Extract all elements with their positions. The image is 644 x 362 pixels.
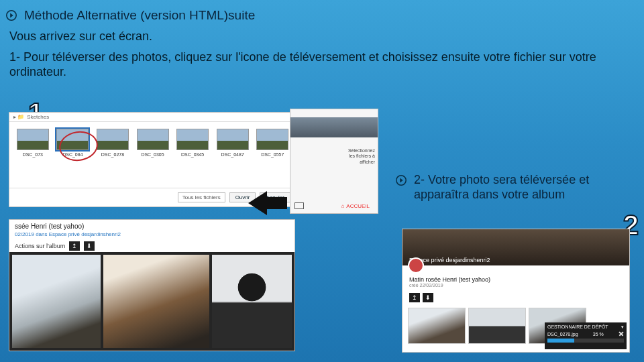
gallery-photo[interactable] bbox=[12, 255, 101, 348]
file-filter-dropdown[interactable]: Tous les fichiers bbox=[178, 192, 225, 202]
album1-actions-label: Actions sur l'album bbox=[15, 243, 65, 249]
upload-icon[interactable]: ↥ bbox=[409, 293, 420, 302]
upload-page-screenshot: Sélectionnez les fichiers à afficher ⌂ A… bbox=[290, 109, 378, 213]
thumb-caption: DSC_0305 bbox=[141, 152, 164, 157]
step2-row: 2- Votre photo sera téléversée et appara… bbox=[395, 173, 629, 202]
bullet-icon bbox=[5, 9, 17, 21]
folder-label: Sketches bbox=[27, 114, 49, 120]
arrow-annotation bbox=[248, 191, 267, 215]
folder-icon: ▸ 📁 bbox=[13, 114, 24, 120]
thumbnail-item[interactable]: DSC_0487 bbox=[216, 129, 250, 157]
file-picker-topbar: ▸ 📁 Sketches bbox=[9, 113, 296, 122]
download-icon[interactable]: ⬇ bbox=[423, 293, 433, 302]
thumb-caption: DSC_0345 bbox=[181, 152, 204, 157]
album2-banner: Espace privé desjardinshenri2 bbox=[402, 229, 629, 265]
thumb-caption: DSC_0278 bbox=[101, 152, 124, 157]
upload-percent: 35 % bbox=[593, 332, 604, 337]
album1-gallery bbox=[9, 252, 294, 351]
bullet-icon bbox=[395, 174, 407, 186]
home-icon: ⌂ bbox=[341, 203, 344, 209]
upload-manager-title: GESTIONNAIRE DE DÉPÔT bbox=[547, 324, 608, 330]
home-link[interactable]: ⌂ ACCUEIL bbox=[341, 203, 370, 209]
thumbnail-item-selected[interactable]: DSC_084 bbox=[56, 129, 90, 157]
slide-title: Méthode Alternative (version HTML)suite bbox=[24, 8, 255, 23]
album1-subtitle: 02/2019 dans Espace privé desjardinshenr… bbox=[15, 231, 121, 237]
album1-header: ssée Henri (test yahoo) 02/2019 dans Esp… bbox=[9, 220, 294, 240]
title-row: Méthode Alternative (version HTML)suite bbox=[0, 0, 644, 27]
gallery-photo[interactable] bbox=[408, 308, 466, 344]
upload-manager-panel: GESTIONNAIRE DE DÉPÔT ▾ DSC_0278.jpg 35 … bbox=[545, 322, 627, 349]
album1-actions: Actions sur l'album ↥ ⬇ bbox=[9, 240, 294, 252]
step2-text: 2- Votre photo sera téléversée et appara… bbox=[414, 173, 629, 202]
thumb-caption: DSC_084 bbox=[62, 152, 83, 157]
mail-icon bbox=[294, 202, 304, 209]
thumb-caption: DSC_0557 bbox=[261, 152, 284, 157]
intro-text: Vous arrivez sur cet écran. bbox=[0, 27, 644, 50]
thumbnail-item[interactable]: DSC_0345 bbox=[176, 129, 209, 157]
download-icon[interactable]: ⬇ bbox=[84, 241, 95, 251]
step1-text: 1- Pour téléverser des photos, cliquez s… bbox=[0, 50, 644, 87]
gallery-photo[interactable] bbox=[468, 308, 526, 344]
album-screenshot-2: Espace privé desjardinshenri2 Matin rosé… bbox=[402, 229, 629, 352]
page-banner bbox=[290, 117, 378, 137]
thumbnail-item[interactable]: DSC_0557 bbox=[256, 129, 289, 157]
album2-title: Matin rosée Henri (test yahoo) bbox=[409, 276, 623, 283]
hint-text: Sélectionnez les fichiers à afficher bbox=[348, 148, 375, 165]
avatar bbox=[408, 257, 424, 274]
gallery-photo[interactable] bbox=[212, 255, 292, 348]
album2-actions: ↥ ⬇ bbox=[402, 290, 629, 305]
thumbnail-row: DSC_073 DSC_084 DSC_0278 DSC_0305 DSC_03… bbox=[9, 122, 296, 164]
album2-body: Matin rosée Henri (test yahoo) créé 22/0… bbox=[402, 265, 629, 290]
chevron-down-icon[interactable]: ▾ bbox=[621, 324, 624, 330]
slide: Méthode Alternative (version HTML)suite … bbox=[0, 0, 644, 362]
progress-fill bbox=[547, 339, 574, 343]
thumbnail-item[interactable]: DSC_073 bbox=[16, 129, 50, 157]
thumb-caption: DSC_0487 bbox=[221, 152, 244, 157]
home-label: ACCUEIL bbox=[346, 203, 370, 209]
thumbnail-item[interactable]: DSC_0305 bbox=[136, 129, 170, 157]
close-icon[interactable] bbox=[619, 331, 624, 337]
thumb-caption: DSC_073 bbox=[23, 152, 43, 157]
album-screenshot-1: ssée Henri (test yahoo) 02/2019 dans Esp… bbox=[9, 220, 294, 351]
upload-filename: DSC_0278.jpg bbox=[547, 332, 578, 337]
album2-subtitle: créé 22/02/2019 bbox=[409, 283, 623, 288]
gallery-photo[interactable] bbox=[103, 255, 209, 348]
thumbnail-item[interactable]: DSC_0278 bbox=[96, 129, 129, 157]
album1-title: ssée Henri (test yahoo) bbox=[15, 223, 289, 230]
progress-bar bbox=[547, 339, 624, 343]
upload-icon[interactable]: ↥ bbox=[69, 241, 80, 251]
